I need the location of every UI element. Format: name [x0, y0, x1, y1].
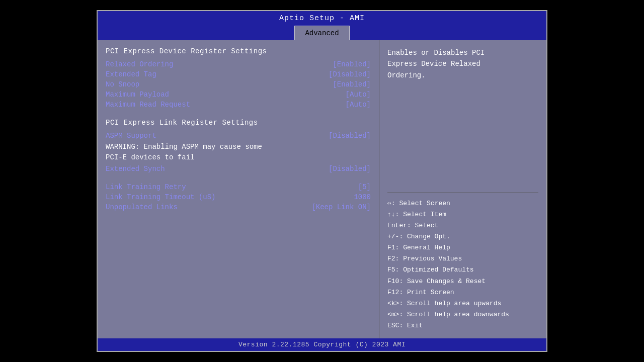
title-label: Aptio Setup - AMI: [279, 14, 365, 23]
key-select-screen: ⇔: Select Screen: [387, 198, 538, 209]
setting-name: No Snoop: [106, 80, 139, 88]
tab-bar: Advanced: [98, 26, 546, 40]
tab-advanced[interactable]: Advanced: [294, 26, 349, 40]
setting-row[interactable]: Extended Tag [Disabled]: [106, 70, 371, 78]
setting-name: Link Training Timeout (uS): [106, 193, 215, 201]
setting-name: Link Training Retry: [106, 183, 186, 191]
key-enter: Enter: Select: [387, 220, 538, 231]
setting-row[interactable]: Link Training Timeout (uS) 1000: [106, 193, 371, 201]
setting-value: [Enabled]: [333, 60, 371, 68]
setting-row[interactable]: Extended Synch [Disabled]: [106, 165, 371, 173]
setting-value: [Auto]: [346, 101, 371, 109]
divider: [387, 193, 538, 193]
key-select-item: ↑↓: Select Item: [387, 209, 538, 220]
setting-value: [Disabled]: [329, 70, 371, 78]
setting-value: [Disabled]: [329, 132, 371, 140]
setting-row[interactable]: No Snoop [Enabled]: [106, 80, 371, 88]
setting-row[interactable]: Relaxed Ordering [Enabled]: [106, 60, 371, 68]
content-area: PCI Express Device Register Settings Rel…: [98, 40, 546, 338]
key-help: ⇔: Select Screen ↑↓: Select Item Enter: …: [387, 198, 538, 331]
section2-title: PCI Express Link Register Settings: [106, 119, 371, 127]
setting-name: Unpopulated Links: [106, 203, 178, 211]
right-panel: Enables or Disables PCI Express Device R…: [379, 40, 546, 338]
setting-row[interactable]: Maximum Read Request [Auto]: [106, 101, 371, 109]
setting-row[interactable]: ASPM Support [Disabled]: [106, 132, 371, 140]
warning-text: WARNING: Enabling ASPM may cause some PC…: [106, 142, 371, 163]
key-f2: F2: Previous Values: [387, 253, 538, 264]
key-f12: F12: Print Screen: [387, 287, 538, 298]
footer-label: Version 2.22.1285 Copyright (C) 2023 AMI: [238, 341, 406, 348]
title-bar: Aptio Setup - AMI: [98, 11, 546, 26]
setting-row[interactable]: Link Training Retry [5]: [106, 183, 371, 191]
key-k: <k>: Scroll help area upwards: [387, 298, 538, 309]
setting-name: Extended Synch: [106, 165, 165, 173]
setting-value: [5]: [358, 183, 371, 191]
setting-row[interactable]: Maximum Payload [Auto]: [106, 90, 371, 99]
section1-title: PCI Express Device Register Settings: [106, 47, 371, 55]
key-f10: F10: Save Changes & Reset: [387, 276, 538, 287]
footer: Version 2.22.1285 Copyright (C) 2023 AMI: [98, 338, 546, 351]
setting-name: Relaxed Ordering: [106, 60, 173, 68]
setting-name: Maximum Payload: [106, 90, 169, 99]
setting-value: [Auto]: [346, 90, 371, 99]
left-panel: PCI Express Device Register Settings Rel…: [98, 40, 379, 338]
setting-name: Extended Tag: [106, 70, 156, 78]
setting-row[interactable]: Unpopulated Links [Keep Link ON]: [106, 203, 371, 211]
setting-name: Maximum Read Request: [106, 101, 190, 109]
key-f1: F1: General Help: [387, 242, 538, 253]
setting-value: [Keep Link ON]: [311, 203, 371, 211]
key-esc: ESC: Exit: [387, 320, 538, 331]
setting-value: 1000: [354, 193, 371, 201]
help-text: Enables or Disables PCI Express Device R…: [387, 47, 538, 81]
setting-value: [Disabled]: [329, 165, 371, 173]
key-change-opt: +/-: Change Opt.: [387, 231, 538, 242]
setting-name: ASPM Support: [106, 132, 156, 140]
key-m: <m>: Scroll help area downwards: [387, 309, 538, 320]
setting-value: [Enabled]: [333, 80, 371, 88]
key-f5: F5: Optimized Defaults: [387, 264, 538, 276]
